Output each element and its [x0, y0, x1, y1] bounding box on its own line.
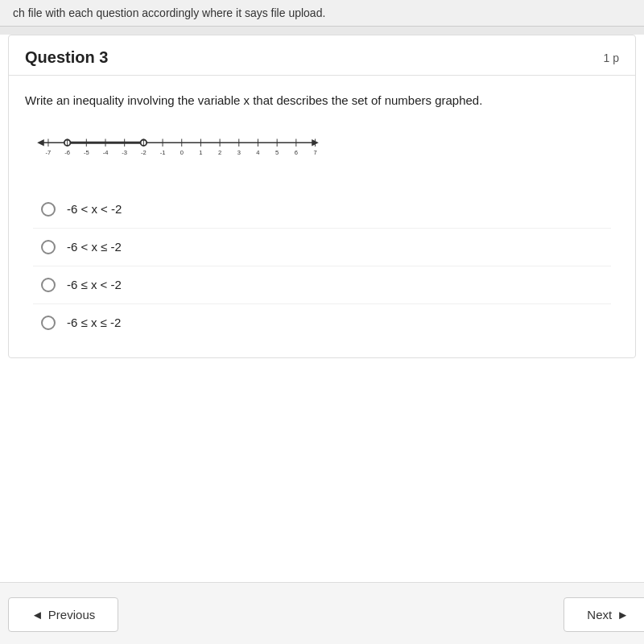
- number-line-svg: -7 -6 -5 -4 -3: [33, 126, 323, 167]
- next-label: Next: [587, 608, 612, 621]
- nav-footer: ◄ Previous Next ►: [0, 582, 644, 644]
- svg-text:5: 5: [275, 149, 279, 156]
- svg-text:0: 0: [180, 149, 184, 156]
- answer-option-b[interactable]: -6 < x ≤ -2: [33, 229, 611, 266]
- next-arrow-icon: ►: [617, 608, 629, 621]
- radio-c[interactable]: [41, 278, 56, 292]
- svg-text:-5: -5: [84, 149, 89, 156]
- previous-button[interactable]: ◄ Previous: [8, 597, 118, 632]
- radio-a[interactable]: [41, 202, 56, 217]
- answer-text-a: -6 < x < -2: [67, 202, 122, 216]
- previous-label: Previous: [48, 608, 95, 621]
- top-instruction-bar: ch file with each question accordingly w…: [0, 0, 644, 27]
- question-card: Question 3 1 p Write an inequality invol…: [8, 35, 636, 358]
- radio-b[interactable]: [41, 240, 56, 254]
- instruction-text: ch file with each question accordingly w…: [13, 6, 325, 19]
- radio-d[interactable]: [41, 316, 56, 330]
- svg-text:-2: -2: [141, 149, 147, 156]
- prev-arrow-icon: ◄: [31, 608, 43, 621]
- svg-text:4: 4: [256, 149, 259, 156]
- question-header: Question 3 1 p: [9, 35, 635, 76]
- question-title: Question 3: [25, 48, 108, 67]
- answer-text-d: -6 ≤ x ≤ -2: [67, 316, 121, 329]
- svg-text:3: 3: [237, 149, 241, 156]
- answer-option-c[interactable]: -6 ≤ x < -2: [33, 266, 611, 304]
- svg-text:-6: -6: [64, 149, 70, 156]
- svg-text:1: 1: [199, 149, 202, 156]
- answer-option-a[interactable]: -6 < x < -2: [33, 191, 611, 229]
- answer-option-d[interactable]: -6 ≤ x ≤ -2: [33, 304, 611, 341]
- svg-text:-3: -3: [122, 149, 127, 156]
- svg-text:2: 2: [218, 149, 221, 156]
- question-body: Write an inequality involving the variab…: [9, 76, 635, 349]
- points-label: 1 p: [604, 52, 619, 64]
- answer-text-c: -6 ≤ x < -2: [67, 278, 122, 291]
- svg-text:7: 7: [313, 149, 316, 156]
- next-button[interactable]: Next ►: [564, 597, 644, 632]
- svg-text:-1: -1: [160, 149, 166, 156]
- main-content: Question 3 1 p Write an inequality invol…: [0, 35, 644, 644]
- svg-text:-4: -4: [103, 149, 109, 156]
- answer-choices: -6 < x < -2-6 < x ≤ -2-6 ≤ x < -2-6 ≤ x …: [25, 191, 619, 341]
- question-text: Write an inequality involving the variab…: [25, 92, 619, 110]
- svg-text:-7: -7: [46, 149, 52, 156]
- answer-text-b: -6 < x ≤ -2: [67, 240, 122, 254]
- svg-text:6: 6: [295, 149, 298, 156]
- number-line-container: -7 -6 -5 -4 -3: [33, 126, 619, 167]
